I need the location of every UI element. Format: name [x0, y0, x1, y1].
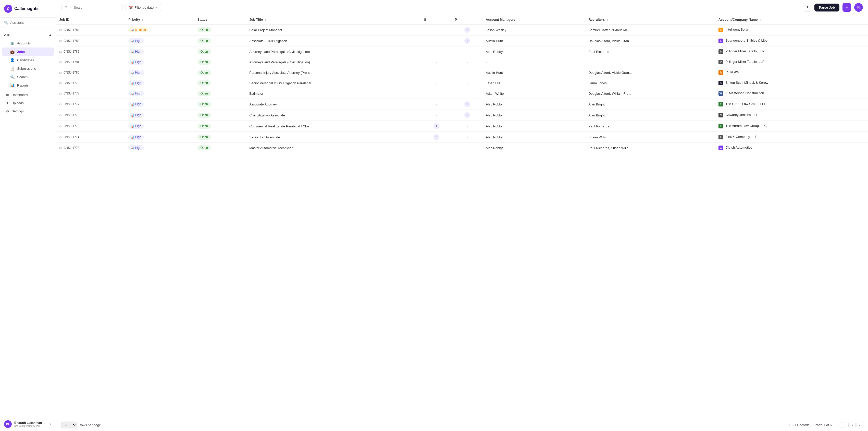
- p-value: -: [467, 60, 468, 64]
- last-page-button[interactable]: »: [857, 422, 863, 428]
- am-value: Alec Robby: [486, 124, 503, 128]
- job-id-text: 🗂 CNSJ-1774: [59, 135, 122, 139]
- sidebar-item-label: Reports: [17, 84, 29, 87]
- top-user-avatar[interactable]: BL: [854, 3, 863, 12]
- cell-job-title: Personal Injury Associate Attorney (Pre-…: [246, 67, 421, 78]
- table-row[interactable]: 🗂 CNSJ-1775 📊 High Open Commercial Real …: [56, 121, 868, 132]
- assistant-search[interactable]: 🔍: [0, 18, 56, 28]
- submissions-icon: 📋: [10, 66, 14, 70]
- job-id-text: 🗂 CNSJ-1780: [59, 71, 122, 74]
- assistant-input[interactable]: [10, 21, 52, 25]
- user-profile[interactable]: BL Bharath Lakshman ... bharath@vertocit…: [0, 417, 56, 431]
- ats-section: ATS ▲ 🏢 Accounts 💼 Jobs 👤 Candidates 📋 S…: [0, 30, 56, 91]
- col-job-id[interactable]: Job ID ↕: [56, 15, 125, 24]
- next-page-button[interactable]: ›: [849, 422, 855, 428]
- company-logo: P: [718, 49, 723, 54]
- p-value: -: [467, 146, 468, 150]
- cell-status: Open: [194, 57, 246, 67]
- am-value: Adam White: [486, 92, 504, 95]
- main-content: ⚙ F 📅 Filter by date ▼ ⇄ Parse Job + BL …: [56, 0, 868, 431]
- priority-badge: 📊 Medium: [128, 27, 149, 32]
- p-value: 1: [464, 102, 470, 107]
- col-account-managers[interactable]: Account Managers ↕: [483, 15, 586, 24]
- col-p[interactable]: P: [452, 15, 483, 24]
- job-id-text: 🗂 CNSJ-1783: [59, 39, 122, 42]
- company-logo: ☀: [718, 28, 723, 32]
- company-logo: C: [718, 113, 723, 117]
- am-value: Ethan Hill: [486, 81, 500, 85]
- col-company[interactable]: Account/Company Name ↕: [715, 15, 868, 24]
- sidebar-item-candidates[interactable]: 👤 Candidates: [2, 56, 54, 64]
- table-row[interactable]: 🗂 CNSJ-1781 📊 High Open Attorneys and Pa…: [56, 57, 868, 67]
- sidebar-item-jobs[interactable]: 💼 Jobs: [2, 48, 54, 56]
- cell-account-managers: Adam White: [483, 88, 586, 99]
- job-id-text: 🗂 CNSJ-1776: [59, 113, 122, 117]
- settings-icon-button[interactable]: ⇄: [803, 3, 811, 12]
- job-id-icon: 🗂: [59, 28, 62, 31]
- col-priority[interactable]: Priority ↕: [125, 15, 194, 24]
- p-value: -: [467, 71, 468, 75]
- table-row[interactable]: 🗂 CNSJ-1778 📊 High Open Estimator - - Ad…: [56, 88, 868, 99]
- table-row[interactable]: 🗂 CNSJ-1783 📊 High Open Associate - Civi…: [56, 35, 868, 47]
- cell-account-managers: Jason Wesley: [483, 24, 586, 35]
- sidebar-item-settings[interactable]: ⚙ Settings: [2, 107, 54, 115]
- cell-company: P Pillinger Miller Tarallo, LLP: [715, 47, 868, 57]
- cell-recruiters: -: [585, 57, 715, 67]
- cell-priority: 📊 High: [125, 47, 194, 57]
- am-value: Austin Hunt: [486, 71, 503, 75]
- sidebar-item-uploads[interactable]: ⬆ Uploads: [2, 99, 54, 107]
- table-row[interactable]: 🗂 CNSJ-1776 📊 High Open Civil Litigation…: [56, 110, 868, 121]
- topbar-left: ⚙ F 📅 Filter by date ▼: [61, 4, 161, 11]
- cell-s: -: [421, 143, 452, 153]
- col-job-title[interactable]: Job Title ↕: [246, 15, 421, 24]
- cell-priority: 📊 High: [125, 143, 194, 153]
- filter-date-button[interactable]: 📅 Filter by date ▼: [126, 4, 161, 11]
- parse-job-button[interactable]: Parse Job: [814, 4, 839, 11]
- priority-badge: 📊 High: [128, 123, 144, 129]
- rec-value: Alan Bright: [588, 103, 605, 106]
- sidebar-item-submissions[interactable]: 📋 Submissions: [2, 64, 54, 73]
- sidebar-item-accounts[interactable]: 🏢 Accounts: [2, 39, 54, 47]
- sidebar-item-search[interactable]: 🔍 Search: [2, 73, 54, 81]
- ats-section-header[interactable]: ATS ▲: [0, 31, 56, 39]
- job-id-text: 🗂 CNSJ-1781: [59, 60, 122, 64]
- add-button[interactable]: +: [842, 3, 851, 12]
- priority-icon: 📊: [131, 136, 134, 139]
- logo-area: C Callensights: [0, 0, 56, 18]
- p-value: 1: [464, 112, 470, 118]
- cell-job-id: 🗂 CNSJ-1774: [56, 132, 125, 143]
- sidebar-item-dashboard[interactable]: ⊞ Dashboard: [2, 91, 54, 99]
- col-status[interactable]: Status ↕: [194, 15, 246, 24]
- cell-account-managers: Alec Robby: [483, 121, 586, 132]
- cell-priority: 📊 High: [125, 110, 194, 121]
- sidebar-item-reports[interactable]: 📊 Reports: [2, 81, 54, 89]
- priority-icon: 📊: [131, 92, 134, 95]
- first-page-button[interactable]: «: [836, 422, 842, 428]
- table-row[interactable]: 🗂 CNSJ-1784 📊 Medium Open Solar Project …: [56, 24, 868, 35]
- search-input[interactable]: [74, 6, 119, 9]
- am-value: Alec Robby: [486, 50, 503, 54]
- cell-status: Open: [194, 121, 246, 132]
- job-id-text: 🗂 CNSJ-1777: [59, 103, 122, 106]
- table-row[interactable]: 🗂 CNSJ-1773 📊 High Open Master Automotiv…: [56, 143, 868, 153]
- table-row[interactable]: 🗂 CNSJ-1780 📊 High Open Personal Injury …: [56, 67, 868, 78]
- table-row[interactable]: 🗂 CNSJ-1774 📊 High Open Senior Tax Assoc…: [56, 132, 868, 143]
- col-s[interactable]: S: [421, 15, 452, 24]
- search-box[interactable]: ⚙ F: [61, 4, 122, 11]
- table-row[interactable]: 🗂 CNSJ-1779 📊 High Open Senior Personal …: [56, 78, 868, 88]
- rows-select[interactable]: 25 50 100: [61, 422, 76, 428]
- cell-recruiters: Douglas Alford, William Fra...: [585, 88, 715, 99]
- am-value: Austin Hunt: [486, 39, 503, 43]
- s-value: -: [436, 81, 437, 85]
- cell-job-title: Associate - Civil Litigation: [246, 35, 421, 47]
- cell-recruiters: Paul Richards, Susan Wills: [585, 143, 715, 153]
- table-row[interactable]: 🗂 CNSJ-1777 📊 High Open Associate Attorn…: [56, 99, 868, 110]
- am-value: Jason Wesley: [486, 28, 506, 32]
- table-row[interactable]: 🗂 CNSJ-1782 📊 High Open Attorneys and Pa…: [56, 47, 868, 57]
- rec-value: Douglas Alford, Vickie Gran...: [588, 71, 632, 75]
- s-value: -: [436, 28, 437, 32]
- sidebar-item-label: Dashboard: [11, 93, 28, 97]
- col-recruiters[interactable]: Recruiters ↕: [585, 15, 715, 24]
- status-badge: Open: [197, 123, 211, 129]
- prev-page-button[interactable]: ‹: [843, 422, 848, 428]
